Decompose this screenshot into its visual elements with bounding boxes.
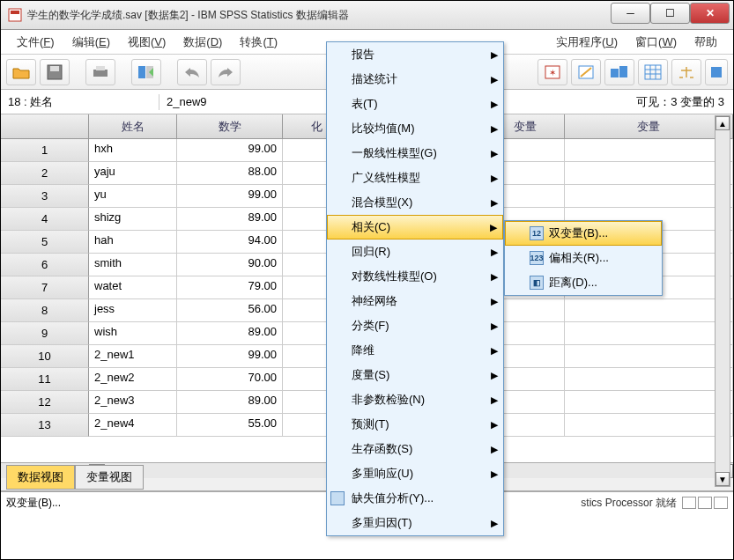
- row-number[interactable]: 10: [1, 345, 89, 368]
- menu-help[interactable]: 帮助: [686, 31, 726, 54]
- cell-math[interactable]: 89.00: [177, 391, 283, 414]
- cell-math[interactable]: 88.00: [177, 162, 283, 185]
- redo-button[interactable]: [211, 59, 241, 85]
- row-number[interactable]: 7: [1, 276, 89, 299]
- menu-item[interactable]: 回归(R)▶: [327, 239, 503, 264]
- cell-name[interactable]: watet: [89, 276, 177, 299]
- submenu-item[interactable]: 12双变量(B)...: [505, 221, 662, 246]
- cell-math[interactable]: 89.00: [177, 322, 283, 345]
- cell-blank[interactable]: [283, 254, 327, 276]
- cell-blank[interactable]: [283, 322, 327, 345]
- cell-blank[interactable]: [283, 208, 327, 231]
- submenu-item[interactable]: ◧距离(D)...: [505, 270, 662, 295]
- menu-item[interactable]: 描述统计▶: [327, 67, 503, 92]
- cell-var[interactable]: [565, 322, 733, 345]
- minimize-button[interactable]: ─: [611, 3, 650, 24]
- menu-item[interactable]: 报告▶: [327, 42, 503, 67]
- cell-name[interactable]: yu: [89, 185, 177, 208]
- cell-math[interactable]: 90.00: [177, 254, 283, 276]
- print-button[interactable]: [85, 59, 115, 85]
- row-number[interactable]: 5: [1, 231, 89, 254]
- cell-math[interactable]: 99.00: [177, 345, 283, 368]
- cell-name[interactable]: 2_new4: [89, 414, 177, 437]
- tab-variable-view[interactable]: 变量视图: [75, 465, 144, 490]
- cell-blank[interactable]: [283, 139, 327, 162]
- menu-item[interactable]: 对数线性模型(O)▶: [327, 264, 503, 289]
- scroll-down-arrow[interactable]: ▼: [715, 472, 730, 486]
- cell-name[interactable]: 2_new2: [89, 368, 177, 391]
- cell-name[interactable]: smith: [89, 254, 177, 276]
- cell-name[interactable]: 2_new1: [89, 345, 177, 368]
- weight-button[interactable]: [571, 59, 601, 85]
- cell-var[interactable]: [565, 391, 733, 414]
- recall-button[interactable]: [131, 59, 161, 85]
- cell-var[interactable]: [565, 414, 733, 437]
- scale-button[interactable]: [671, 59, 701, 85]
- save-button[interactable]: [40, 59, 70, 85]
- cell-blank[interactable]: [283, 345, 327, 368]
- cell-blank[interactable]: [283, 185, 327, 208]
- row-number[interactable]: 12: [1, 391, 89, 414]
- cell-math[interactable]: 70.00: [177, 368, 283, 391]
- cell-math[interactable]: 99.00: [177, 185, 283, 208]
- menu-file[interactable]: 文件(F): [8, 31, 63, 54]
- menu-item[interactable]: 广义线性模型▶: [327, 166, 503, 190]
- menu-item[interactable]: 比较均值(M)▶: [327, 116, 503, 141]
- menu-item[interactable]: 混合模型(X)▶: [327, 190, 503, 215]
- menu-item[interactable]: 分类(F)▶: [327, 313, 503, 338]
- row-number[interactable]: 2: [1, 162, 89, 185]
- row-number[interactable]: 11: [1, 368, 89, 391]
- cell-blank[interactable]: [283, 414, 327, 437]
- cell-math[interactable]: 89.00: [177, 208, 283, 231]
- cell-name[interactable]: hah: [89, 231, 177, 254]
- select-cases-button[interactable]: ✶: [538, 59, 567, 85]
- cell-var[interactable]: [565, 299, 733, 322]
- menu-item[interactable]: 预测(T)▶: [327, 412, 503, 437]
- cell-blank[interactable]: [283, 162, 327, 185]
- menu-utilities[interactable]: 实用程序(U): [547, 31, 626, 54]
- row-number[interactable]: 3: [1, 185, 89, 208]
- cell-var[interactable]: [565, 345, 733, 368]
- menu-window[interactable]: 窗口(W): [626, 31, 686, 54]
- row-number[interactable]: 13: [1, 414, 89, 437]
- cell-var[interactable]: [565, 162, 733, 185]
- cell-name[interactable]: hxh: [89, 139, 177, 162]
- menu-item[interactable]: 生存函数(S)▶: [327, 437, 503, 461]
- menu-item[interactable]: 神经网络▶: [327, 289, 503, 313]
- cell-name[interactable]: wish: [89, 322, 177, 345]
- menu-data[interactable]: 数据(D): [174, 31, 231, 54]
- vertical-scrollbar[interactable]: ▲ ▼: [715, 115, 730, 487]
- menu-edit[interactable]: 编辑(E): [63, 31, 119, 54]
- row-number[interactable]: 1: [1, 139, 89, 162]
- menu-view[interactable]: 视图(V): [119, 31, 174, 54]
- menu-item[interactable]: 缺失值分析(Y)...: [327, 486, 503, 511]
- row-number[interactable]: 8: [1, 299, 89, 322]
- col-header-var4[interactable]: 变量: [565, 114, 733, 139]
- row-number[interactable]: 4: [1, 208, 89, 231]
- cell-math[interactable]: 99.00: [177, 139, 283, 162]
- col-header-math[interactable]: 数学: [177, 114, 283, 139]
- cell-name[interactable]: jess: [89, 299, 177, 322]
- menu-item[interactable]: 多重响应(U)▶: [327, 461, 503, 486]
- cell-blank[interactable]: [283, 299, 327, 322]
- menu-item[interactable]: 一般线性模型(G)▶: [327, 141, 503, 166]
- col-header-name[interactable]: 姓名: [89, 114, 177, 139]
- menu-item[interactable]: 非参数检验(N)▶: [327, 387, 503, 412]
- menu-item[interactable]: 表(T)▶: [327, 92, 503, 116]
- cell-name[interactable]: shizg: [89, 208, 177, 231]
- cell-var[interactable]: [565, 139, 733, 162]
- submenu-item[interactable]: 123偏相关(R)...: [505, 246, 662, 270]
- menu-transform[interactable]: 转换(T): [231, 31, 286, 54]
- row-number[interactable]: 9: [1, 322, 89, 345]
- cell-blank[interactable]: [283, 391, 327, 414]
- open-button[interactable]: [6, 59, 36, 85]
- maximize-button[interactable]: ☐: [650, 3, 690, 24]
- grid-button[interactable]: [638, 59, 668, 85]
- menu-item[interactable]: 多重归因(T)▶: [327, 511, 503, 535]
- cell-math[interactable]: 79.00: [177, 276, 283, 299]
- cell-blank[interactable]: [283, 276, 327, 299]
- tab-data-view[interactable]: 数据视图: [6, 465, 75, 490]
- more-button[interactable]: [705, 59, 728, 85]
- scroll-up-arrow[interactable]: ▲: [715, 116, 730, 130]
- cell-blank[interactable]: [283, 231, 327, 254]
